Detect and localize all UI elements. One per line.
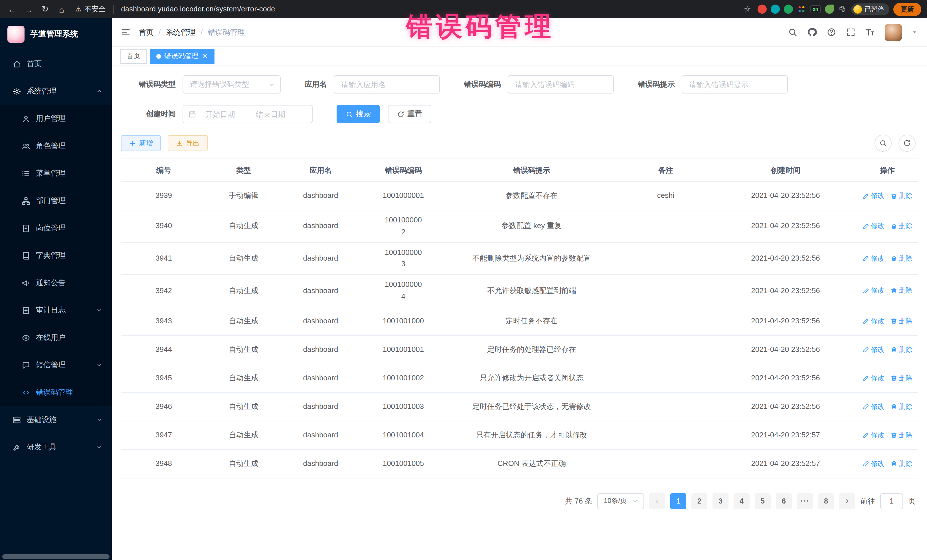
- address-bar-divider: [113, 5, 114, 14]
- sidebar-item-系统管理[interactable]: 系统管理: [0, 77, 112, 105]
- address-bar[interactable]: dashboard.yudao.iocoder.cn/system/error-…: [121, 5, 275, 13]
- browser-forward-icon[interactable]: →: [22, 4, 35, 14]
- page-button-2[interactable]: 2: [691, 493, 707, 509]
- app-logo[interactable]: 芋道管理系统: [0, 18, 112, 50]
- toggle-search-button[interactable]: [874, 135, 892, 152]
- user-avatar[interactable]: [885, 24, 902, 41]
- page-button-3[interactable]: 3: [713, 493, 728, 509]
- sidebar-item-首页[interactable]: 首页: [0, 50, 112, 77]
- column-header: 编号: [121, 165, 207, 175]
- sidebar-item-菜单管理[interactable]: 菜单管理: [0, 160, 112, 187]
- browser-update-button[interactable]: 更新: [894, 3, 921, 16]
- next-page-button[interactable]: [839, 493, 855, 509]
- delete-link[interactable]: 删除: [890, 316, 912, 326]
- edit-link[interactable]: 修改: [862, 458, 884, 469]
- tab-错误码管理[interactable]: 错误码管理: [150, 49, 214, 64]
- sidebar-item-错误码管理[interactable]: 错误码管理: [0, 379, 112, 406]
- search-button[interactable]: 搜索: [337, 105, 380, 123]
- error-code-label: 错误码编码: [464, 79, 501, 90]
- edit-link[interactable]: 修改: [862, 430, 884, 440]
- sidebar-item-字典管理[interactable]: 字典管理: [0, 242, 112, 269]
- date-range-picker[interactable]: -: [182, 105, 313, 123]
- delete-link[interactable]: 删除: [890, 285, 912, 296]
- browser-back-icon[interactable]: ←: [6, 4, 18, 14]
- breadcrumb-separator: /: [159, 28, 161, 36]
- prev-page-button[interactable]: [649, 493, 665, 509]
- sidebar-item-研发工具[interactable]: 研发工具: [0, 433, 112, 461]
- cell-tip: 不能删除类型为系统内置的参数配置: [446, 253, 617, 265]
- more-pages-button[interactable]: ···: [797, 493, 813, 509]
- export-button[interactable]: 导出: [168, 135, 208, 151]
- edit-link[interactable]: 修改: [862, 316, 884, 326]
- browser-home-icon[interactable]: ⌂: [55, 4, 68, 14]
- sidebar-item-基础设施[interactable]: 基础设施: [0, 406, 112, 433]
- page-button-5[interactable]: 5: [755, 493, 771, 509]
- edit-link[interactable]: 修改: [862, 190, 884, 201]
- delete-link[interactable]: 删除: [890, 221, 912, 232]
- end-date-input[interactable]: [250, 110, 291, 118]
- reset-button[interactable]: 重置: [388, 105, 431, 123]
- extensions-grid-icon[interactable]: [797, 5, 806, 14]
- extension-icon[interactable]: [758, 5, 767, 14]
- edit-link[interactable]: 修改: [862, 285, 884, 296]
- tab-首页[interactable]: 首页: [120, 49, 147, 64]
- home-icon: [12, 59, 21, 68]
- help-icon[interactable]: [827, 27, 836, 37]
- puzzle-extension-icon[interactable]: [838, 5, 847, 14]
- start-date-input[interactable]: [200, 110, 241, 118]
- edit-link[interactable]: 修改: [862, 344, 884, 355]
- page-size-select[interactable]: 10条/页: [597, 493, 644, 509]
- sidebar-item-部门管理[interactable]: 部门管理: [0, 187, 112, 214]
- extension-icon[interactable]: [825, 5, 834, 14]
- app-name-input[interactable]: [334, 75, 440, 94]
- hamburger-icon[interactable]: [121, 27, 131, 37]
- edit-link[interactable]: 修改: [862, 373, 884, 384]
- sidebar-scrollbar[interactable]: [2, 554, 109, 559]
- breadcrumb-item[interactable]: 首页: [138, 27, 153, 37]
- browser-reload-icon[interactable]: ↻: [39, 4, 51, 14]
- breadcrumb-item[interactable]: 系统管理: [166, 27, 195, 37]
- sidebar-item-审计日志[interactable]: 审计日志: [0, 296, 112, 324]
- edit-link[interactable]: 修改: [862, 253, 884, 264]
- refresh-table-button[interactable]: [898, 135, 916, 152]
- sidebar-item-岗位管理[interactable]: 岗位管理: [0, 214, 112, 242]
- error-code-input[interactable]: [508, 75, 614, 94]
- breadcrumb-item: 错误码管理: [208, 27, 245, 37]
- delete-link[interactable]: 删除: [890, 430, 912, 440]
- sidebar-item-短信管理[interactable]: 短信管理: [0, 351, 112, 379]
- on-badge-extension[interactable]: on: [810, 5, 821, 14]
- chevron-down-icon: [96, 444, 103, 451]
- search-icon[interactable]: [788, 27, 798, 37]
- bookmark-star-icon[interactable]: ☆: [741, 5, 754, 14]
- sidebar-item-角色管理[interactable]: 角色管理: [0, 132, 112, 160]
- extension-icon[interactable]: [784, 5, 793, 14]
- goto-page-input[interactable]: [880, 493, 903, 509]
- security-indicator[interactable]: ⚠ 不安全: [75, 4, 106, 14]
- close-icon[interactable]: [202, 53, 208, 59]
- page-button-1[interactable]: 1: [670, 493, 686, 509]
- paused-profile-badge[interactable]: 已暂停: [851, 3, 889, 15]
- error-tip-input[interactable]: [682, 75, 788, 94]
- delete-link[interactable]: 删除: [890, 344, 912, 355]
- caret-down-icon[interactable]: [912, 29, 918, 35]
- error-type-select[interactable]: 请选择错误码类型: [182, 75, 281, 94]
- edit-link[interactable]: 修改: [862, 221, 884, 232]
- sidebar-item-在线用户[interactable]: 在线用户: [0, 324, 112, 351]
- delete-link[interactable]: 删除: [890, 253, 912, 264]
- page-button-6[interactable]: 6: [776, 493, 792, 509]
- extension-icon[interactable]: [771, 5, 780, 14]
- edit-link[interactable]: 修改: [862, 401, 884, 412]
- delete-link[interactable]: 删除: [890, 373, 912, 384]
- sidebar-item-用户管理[interactable]: 用户管理: [0, 105, 112, 132]
- fullscreen-icon[interactable]: [846, 27, 856, 37]
- cell-memo: ceshi: [617, 190, 714, 202]
- delete-link[interactable]: 删除: [890, 401, 912, 412]
- page-button-8[interactable]: 8: [818, 493, 834, 509]
- sidebar-item-通知公告[interactable]: 通知公告: [0, 269, 112, 296]
- delete-link[interactable]: 删除: [890, 190, 912, 201]
- add-button[interactable]: 新增: [121, 135, 161, 151]
- github-icon[interactable]: [807, 27, 817, 37]
- page-button-4[interactable]: 4: [734, 493, 749, 509]
- font-size-icon[interactable]: [865, 27, 875, 37]
- delete-link[interactable]: 删除: [890, 458, 912, 469]
